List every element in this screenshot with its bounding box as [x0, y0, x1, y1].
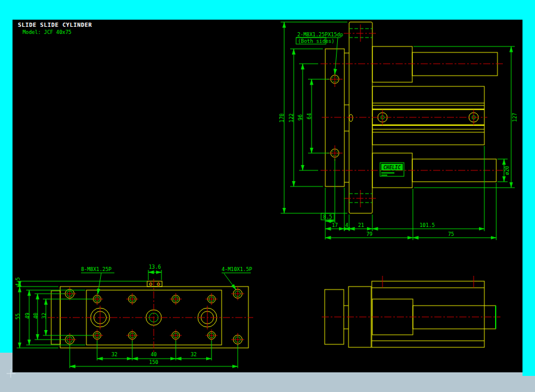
- dim-label-13-6: 13.6: [149, 264, 161, 270]
- thread-callout-note: (Both sides): [298, 38, 334, 44]
- dim-label-127: 127: [512, 113, 518, 122]
- dim-label-122: 122: [288, 113, 294, 122]
- dim-label-17: 17: [332, 222, 338, 228]
- dim-label-55: 55: [15, 313, 21, 319]
- dim-label-49: 49: [24, 313, 30, 319]
- dim-label-150: 150: [149, 359, 158, 365]
- dim-label-b32b: 32: [191, 351, 197, 357]
- dim-label-8-5: 8.5: [323, 214, 332, 220]
- thread-callout-label: 2-M8X1.25PX15dp: [297, 32, 343, 38]
- m8-callout-label: 8-M8X1.25P: [81, 266, 111, 272]
- dim-label-b40: 40: [151, 351, 157, 357]
- dim-label-96: 96: [297, 114, 303, 120]
- dim-label-b32a: 32: [111, 351, 117, 357]
- dim-label-4-5: 4.5: [15, 277, 21, 286]
- drawing-title: SLIDE SLIDE CYLINDER: [18, 21, 92, 28]
- cad-window: SLIDE SLIDE CYLINDER Model: JCF 40x75: [0, 0, 535, 392]
- dim-label-rod-dia: ø20: [504, 166, 510, 175]
- frame-left-band: [0, 0, 13, 353]
- dim-label-64: 64: [306, 113, 312, 119]
- dim-label-40: 40: [33, 313, 39, 319]
- dim-label-4: 4: [345, 222, 348, 228]
- dim-label-170: 170: [279, 113, 285, 122]
- drawing-model: Model: JCF 40x75: [23, 29, 71, 35]
- cad-drawing-svg: SLIDE SLIDE CYLINDER Model: JCF 40x75: [0, 0, 535, 392]
- dim-label-75: 75: [448, 231, 454, 237]
- brand-logo-text: CHELIC: [384, 165, 401, 170]
- dim-label-32: 32: [41, 313, 47, 319]
- drawing-canvas[interactable]: [13, 20, 522, 372]
- dim-label-79: 79: [366, 231, 372, 237]
- frame-right-band: [522, 0, 535, 376]
- dim-label-101-5: 101.5: [419, 222, 435, 228]
- m10-callout-label: 4-M10X1.5P: [222, 266, 252, 272]
- dim-label-21: 21: [358, 222, 364, 228]
- frame-top-band: [0, 0, 535, 20]
